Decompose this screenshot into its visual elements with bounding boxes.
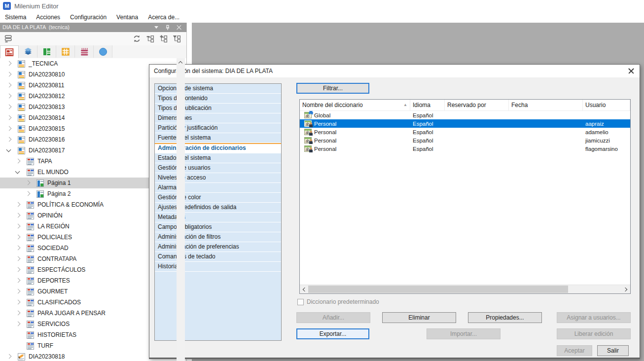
dialog-titlebar: Configuración del sistema: DIA DE LA PLA… (149, 65, 640, 77)
chevron-icon[interactable] (14, 331, 22, 339)
chevron-icon[interactable] (5, 60, 13, 68)
panel-close-icon[interactable] (176, 24, 182, 31)
tree-item-label: DIA20230813 (29, 104, 65, 110)
pin-icon[interactable] (164, 24, 171, 31)
tab-circle[interactable] (94, 45, 112, 58)
settings-nav-item[interactable]: Tipos de contenido (155, 94, 281, 104)
settings-nav-item[interactable]: Niveles de acceso (155, 173, 281, 183)
tree-vertical-scrollbar[interactable] (177, 58, 185, 361)
settings-nav-item[interactable]: Opciones de sistema (155, 84, 281, 94)
settings-nav-item[interactable]: Fuentes del sistema (155, 133, 281, 143)
dialog-close-icon[interactable] (628, 68, 635, 75)
tab-layers[interactable] (19, 45, 37, 58)
column-header-reservado[interactable]: Reservado por (445, 100, 509, 110)
chevron-icon[interactable] (5, 81, 13, 89)
chevron-icon[interactable] (14, 168, 22, 176)
chevron-icon[interactable] (14, 309, 22, 317)
settings-nav-item[interactable]: Administración de diccionarios (155, 143, 281, 153)
menu-item[interactable]: Acerca de... (143, 12, 184, 23)
chevron-icon[interactable] (24, 179, 32, 187)
settings-nav-item[interactable]: Administración de filtros (155, 232, 281, 242)
table-row[interactable]: Personal Español flagomarsino (300, 144, 630, 153)
chevron-icon[interactable] (14, 342, 22, 350)
column-header-fecha[interactable]: Fecha (509, 100, 583, 110)
tree-item-label: TAPA (37, 158, 52, 165)
sort-ascending-icon[interactable]: ▲ (403, 100, 407, 110)
collapse-all-icon[interactable] (145, 34, 155, 43)
tab-editions[interactable] (0, 45, 19, 59)
chevron-icon[interactable] (14, 320, 22, 328)
horizontal-scrollbar[interactable] (300, 285, 630, 293)
chevron-icon[interactable] (14, 277, 22, 285)
chevron-icon[interactable] (5, 92, 13, 100)
panel-menu-chevron-icon[interactable] (153, 24, 160, 31)
tab-layout[interactable] (37, 45, 56, 58)
chevron-icon[interactable] (5, 146, 13, 154)
column-header-usuario[interactable]: Usuario (583, 100, 630, 110)
chevron-icon[interactable] (14, 157, 22, 165)
exit-button[interactable]: Salir (597, 345, 629, 356)
chevron-icon[interactable] (14, 298, 22, 306)
column-header-nombre[interactable]: Nombre del diccionario ▲ (300, 100, 410, 110)
settings-nav-item[interactable]: Tipos de publicación (155, 104, 281, 113)
tab-press[interactable] (75, 45, 94, 58)
chevron-icon[interactable] (14, 266, 22, 274)
chevron-icon[interactable] (14, 244, 22, 252)
column-header-idioma[interactable]: Idioma (410, 100, 445, 110)
scroll-right-icon[interactable] (622, 285, 630, 293)
expand-all-icon[interactable] (158, 34, 168, 43)
chevron-icon[interactable] (5, 125, 13, 133)
settings-nav-item[interactable]: Administración de preferencias (155, 242, 281, 252)
assign-users-button[interactable]: Asignar a usuarios... (557, 312, 631, 323)
chevron-icon[interactable] (14, 201, 22, 209)
table-row[interactable]: Personal Español jiamicuzzi (300, 136, 630, 144)
settings-nav-item[interactable]: Ajustes predefinidos de salida (155, 203, 281, 213)
add-button[interactable]: Añadir... (296, 312, 370, 323)
chevron-icon[interactable] (5, 136, 13, 144)
settings-nav-item[interactable]: Partición y justificación (155, 123, 281, 133)
chevron-icon[interactable] (14, 212, 22, 219)
import-button[interactable]: Importar... (427, 328, 501, 339)
tab-grid[interactable] (56, 45, 75, 58)
menu-item[interactable]: Configuración (65, 12, 111, 23)
chevron-icon[interactable] (5, 103, 13, 111)
settings-nav-item[interactable]: Campos obligatorios (155, 222, 281, 232)
menu-item[interactable]: Ventana (111, 12, 143, 23)
properties-button[interactable]: Propiedades... (468, 312, 542, 323)
settings-nav-item[interactable]: Gestión de usuarios (155, 163, 281, 173)
refresh-icon[interactable] (132, 34, 142, 43)
settings-nav-item[interactable]: Comandos de teclado (155, 252, 281, 262)
default-dictionary-checkbox[interactable] (297, 299, 304, 305)
settings-nav-item[interactable]: Alarmas (155, 183, 281, 193)
settings-nav-item[interactable]: Estados del sistema (155, 153, 281, 163)
settings-nav-item[interactable]: Dimensiones (155, 113, 281, 123)
chevron-icon[interactable] (14, 222, 22, 230)
chevron-icon[interactable] (14, 255, 22, 263)
scroll-left-icon[interactable] (300, 285, 308, 293)
chevron-icon[interactable] (5, 71, 13, 78)
table-row[interactable]: Personal Español aapraiz (300, 119, 630, 128)
chevron-icon[interactable] (5, 353, 13, 361)
export-button[interactable]: Exportar... (296, 328, 369, 339)
settings-nav-item[interactable]: Gestión de color (155, 193, 281, 203)
language-cell: Español (410, 111, 445, 119)
chevron-icon[interactable] (24, 190, 32, 198)
scrollbar-thumb[interactable] (308, 286, 568, 293)
filter-tree-icon[interactable] (172, 34, 181, 43)
menu-item[interactable]: Acciones (31, 12, 65, 23)
release-edit-button[interactable]: Liberar edición (557, 328, 631, 339)
stacked-editions-icon[interactable] (3, 34, 13, 43)
date-cell (509, 136, 583, 144)
delete-button[interactable]: Eliminar (382, 312, 456, 323)
filter-button[interactable]: Filtrar... (296, 83, 369, 94)
chevron-icon[interactable] (14, 233, 22, 241)
scroll-up-icon[interactable] (177, 58, 185, 67)
table-row[interactable]: Global Español (300, 111, 630, 119)
menu-item[interactable]: Sistema (0, 12, 31, 23)
chevron-icon[interactable] (5, 114, 13, 122)
chevron-icon[interactable] (14, 288, 22, 295)
settings-nav-item[interactable]: Metadatos (155, 213, 281, 222)
table-row[interactable]: Personal Español adamelio (300, 128, 630, 136)
accept-button[interactable]: Aceptar (557, 345, 592, 356)
settings-nav-item[interactable]: Historial (155, 262, 281, 272)
